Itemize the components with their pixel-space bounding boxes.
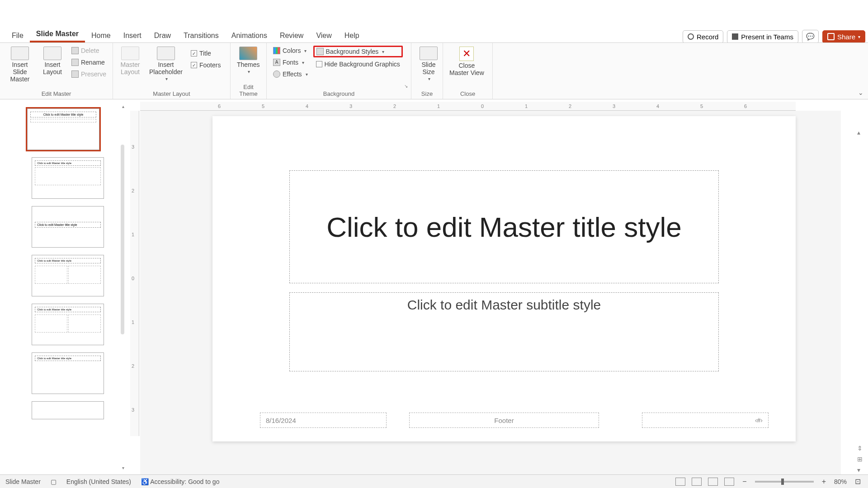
ribbon-collapse-button[interactable]: ⌄: [858, 89, 863, 96]
footers-checkbox[interactable]: ✓Footers: [188, 60, 223, 70]
gutter-up-icon[interactable]: ▴: [857, 129, 865, 137]
date-placeholder[interactable]: 8/16/2024: [260, 413, 387, 428]
right-gutter: ▴ ⇕ ⊞ ▾: [854, 111, 868, 474]
title-checkbox[interactable]: ✓Title: [188, 48, 223, 58]
layout-thumbnail-2[interactable]: Click to edit Master title style: [32, 206, 104, 248]
tab-insert[interactable]: Insert: [117, 29, 148, 42]
group-label-size: Size: [415, 89, 439, 98]
effects-button[interactable]: Effects: [270, 69, 311, 79]
zoom-out-button[interactable]: −: [741, 478, 748, 486]
delete-button: Delete: [69, 46, 109, 56]
preserve-icon: [71, 70, 79, 78]
tab-help[interactable]: Help: [338, 29, 366, 42]
checkbox-icon: [316, 61, 322, 67]
status-notes-icon[interactable]: ▢: [51, 478, 57, 485]
delete-icon: [71, 47, 79, 54]
insert-layout-button[interactable]: Insert Layout: [39, 46, 66, 76]
status-bar: Slide Master ▢ English (United States) ♿…: [0, 474, 868, 488]
slide-size-button[interactable]: Slide Size: [415, 46, 442, 82]
tab-transitions[interactable]: Transitions: [177, 29, 225, 42]
tab-animations[interactable]: Animations: [225, 29, 274, 42]
zoom-percent[interactable]: 80%: [834, 478, 847, 485]
thumbnails-scrollbar[interactable]: ▴ ▾: [121, 104, 125, 470]
group-label-edit-master: Edit Master: [4, 89, 109, 98]
zoom-slider[interactable]: [755, 481, 814, 483]
rename-icon: [71, 59, 79, 66]
placeholder-icon: [157, 47, 175, 60]
layout-thumbnail-3[interactable]: Click to edit Master title style: [32, 255, 104, 296]
rename-button[interactable]: Rename: [69, 57, 109, 67]
slide-canvas-area: Click to edit Master title style Click t…: [140, 111, 841, 474]
master-layout-icon: [121, 47, 139, 60]
insert-slide-master-button[interactable]: Insert Slide Master: [4, 46, 36, 84]
footer-placeholder[interactable]: Footer: [409, 413, 599, 428]
zoom-handle[interactable]: [781, 479, 784, 485]
preserve-button: Preserve: [69, 69, 109, 79]
tab-home[interactable]: Home: [85, 29, 117, 42]
layout-thumbnail-6[interactable]: [32, 401, 104, 419]
layout-icon: [43, 47, 61, 60]
status-language[interactable]: English (United States): [66, 478, 131, 485]
ribbon: Insert Slide Master Insert Layout Delete…: [0, 43, 868, 99]
tab-review[interactable]: Review: [274, 29, 310, 42]
background-styles-icon: [316, 48, 324, 55]
hide-background-graphics-checkbox[interactable]: Hide Background Graphics: [313, 59, 403, 69]
slide-master-canvas[interactable]: Click to edit Master title style Click t…: [212, 116, 796, 441]
zoom-in-button[interactable]: +: [820, 478, 828, 486]
background-dialog-launcher[interactable]: ↘: [403, 83, 409, 89]
master-layout-button[interactable]: Master Layout: [117, 46, 144, 76]
fonts-icon: A: [273, 59, 280, 66]
tab-file[interactable]: File: [5, 29, 30, 42]
title-placeholder[interactable]: Click to edit Master title style: [289, 170, 719, 283]
colors-icon: [273, 47, 280, 54]
group-label-edit-theme: Edit Theme: [234, 83, 263, 98]
close-master-view-button[interactable]: ✕Close Master View: [447, 46, 487, 77]
slide-size-icon: [420, 47, 438, 60]
close-icon: ✕: [459, 47, 474, 61]
group-label-master-layout: Master Layout: [117, 89, 226, 98]
scrollbar-track[interactable]: [121, 145, 124, 334]
fit-to-window-button[interactable]: ⊡: [853, 477, 863, 486]
normal-view-button[interactable]: [675, 478, 685, 486]
checkbox-icon: ✓: [191, 62, 197, 68]
slide-master-icon: [11, 47, 29, 60]
vertical-ruler: 3 2 1 0 1 2 3: [130, 111, 139, 436]
slide-number-placeholder[interactable]: ‹#›: [642, 413, 769, 428]
group-label-background: Background: [270, 89, 407, 98]
insert-placeholder-button[interactable]: Insert Placeholder: [146, 46, 185, 82]
tab-view[interactable]: View: [310, 29, 338, 42]
slideshow-view-button[interactable]: [724, 478, 734, 486]
horizontal-ruler: 6 5 4 3 2 1 0 1 2 3 4 5 6: [140, 102, 796, 111]
slide-thumbnails-panel: Click to edit Master title style Click t…: [0, 99, 127, 474]
tab-draw[interactable]: Draw: [148, 29, 177, 42]
gutter-fit-icon[interactable]: ⊞: [857, 455, 865, 464]
background-styles-button[interactable]: Background Styles: [313, 46, 403, 57]
status-accessibility[interactable]: ♿ Accessibility: Good to go: [141, 478, 219, 485]
colors-button[interactable]: Colors: [270, 46, 311, 56]
status-view-name: Slide Master: [5, 478, 41, 485]
themes-icon: [239, 47, 257, 60]
group-label-close: Close: [447, 89, 489, 98]
checkbox-icon: ✓: [191, 50, 197, 56]
layout-thumbnail-5[interactable]: Click to edit Master title style: [32, 352, 104, 394]
gutter-down-icon[interactable]: ▾: [857, 466, 865, 474]
layout-thumbnail-4[interactable]: Click to edit Master title style: [32, 304, 104, 345]
gutter-arrows-icon[interactable]: ⇕: [857, 445, 865, 453]
master-thumbnail[interactable]: Click to edit Master title style: [27, 108, 99, 150]
slide-sorter-view-button[interactable]: [692, 478, 702, 486]
scroll-down-arrow[interactable]: ▾: [121, 465, 125, 470]
themes-button[interactable]: Themes: [234, 46, 263, 75]
subtitle-placeholder[interactable]: Click to edit Master subtitle style: [289, 292, 719, 371]
ribbon-tabs: File Slide Master Home Insert Draw Trans…: [0, 29, 868, 43]
tab-slide-master[interactable]: Slide Master: [30, 27, 85, 42]
scroll-up-arrow[interactable]: ▴: [121, 104, 125, 108]
layout-thumbnail-1[interactable]: Click to edit Master title style: [32, 157, 104, 199]
fonts-button[interactable]: AFonts: [270, 57, 311, 67]
reading-view-button[interactable]: [708, 478, 718, 486]
effects-icon: [273, 70, 280, 78]
